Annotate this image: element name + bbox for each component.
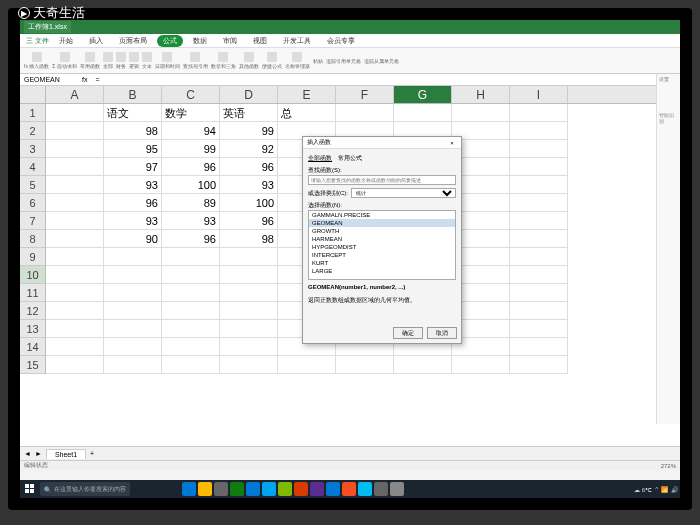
ribbon-financial[interactable]: 财务 (116, 52, 126, 69)
function-item[interactable]: INTERCEPT (309, 251, 455, 259)
row-header-15[interactable]: 15 (20, 356, 46, 374)
ribbon-tab-dev[interactable]: 开发工具 (277, 35, 317, 47)
taskbar-app-icon[interactable] (326, 482, 340, 496)
cell[interactable] (452, 356, 510, 374)
cell[interactable] (104, 320, 162, 338)
cell[interactable] (394, 104, 452, 122)
row-header-13[interactable]: 13 (20, 320, 46, 338)
ribbon-tab-insert[interactable]: 插入 (83, 35, 109, 47)
row-header-2[interactable]: 2 (20, 122, 46, 140)
row-header-3[interactable]: 3 (20, 140, 46, 158)
cell[interactable] (46, 338, 104, 356)
function-item[interactable]: GROWTH (309, 227, 455, 235)
cell[interactable] (510, 320, 568, 338)
cell[interactable] (162, 284, 220, 302)
col-header-A[interactable]: A (46, 86, 104, 103)
ribbon-datetime[interactable]: 日期和时间 (155, 52, 180, 69)
col-header-B[interactable]: B (104, 86, 162, 103)
cell[interactable] (46, 212, 104, 230)
ribbon-all[interactable]: 全部 (103, 52, 113, 69)
cell[interactable]: 语文 (104, 104, 162, 122)
ribbon-tab-member[interactable]: 会员专享 (321, 35, 361, 47)
taskbar-app-icon[interactable] (246, 482, 260, 496)
function-item[interactable]: HARMEAN (309, 235, 455, 243)
cell[interactable] (162, 320, 220, 338)
ribbon-tab-review[interactable]: 审阅 (217, 35, 243, 47)
cell[interactable]: 90 (104, 230, 162, 248)
row-header-11[interactable]: 11 (20, 284, 46, 302)
row-header-12[interactable]: 12 (20, 302, 46, 320)
cell[interactable]: 94 (162, 122, 220, 140)
add-sheet-button[interactable]: + (90, 450, 94, 457)
tray-volume-icon[interactable]: 🔊 (671, 486, 678, 493)
ribbon-tab-home[interactable]: 开始 (53, 35, 79, 47)
cell[interactable]: 96 (220, 158, 278, 176)
taskbar-app-icon[interactable] (278, 482, 292, 496)
cell[interactable] (46, 356, 104, 374)
row-header-6[interactable]: 6 (20, 194, 46, 212)
cell[interactable] (336, 104, 394, 122)
cell[interactable] (46, 194, 104, 212)
app-menu-button[interactable]: 工作簿1.xlsx (24, 21, 71, 33)
cell[interactable] (510, 230, 568, 248)
cell[interactable] (510, 104, 568, 122)
ribbon-trace-dep[interactable]: 追踪从属单元格 (364, 58, 399, 64)
cell[interactable]: 98 (104, 122, 162, 140)
cell[interactable] (104, 266, 162, 284)
function-item[interactable]: GEOMEAN (309, 219, 455, 227)
cell[interactable] (162, 302, 220, 320)
col-header-G[interactable]: G (394, 86, 452, 103)
row-header-7[interactable]: 7 (20, 212, 46, 230)
cell[interactable] (510, 212, 568, 230)
cell[interactable]: 96 (162, 158, 220, 176)
cell[interactable]: 英语 (220, 104, 278, 122)
cell[interactable] (104, 284, 162, 302)
cell[interactable]: 数学 (162, 104, 220, 122)
taskbar-app-icon[interactable] (230, 482, 244, 496)
cell[interactable] (220, 320, 278, 338)
weather-widget[interactable]: ☁ 6℃ (634, 486, 652, 493)
ribbon-insert-fn[interactable]: fx 插入函数 (24, 52, 49, 69)
ribbon-logical[interactable]: 逻辑 (129, 52, 139, 69)
cell[interactable] (220, 284, 278, 302)
row-header-9[interactable]: 9 (20, 248, 46, 266)
col-header-C[interactable]: C (162, 86, 220, 103)
taskbar-search[interactable]: 🔍 在这里输入你要搜索的内容 (40, 482, 130, 496)
cell[interactable]: 93 (220, 176, 278, 194)
formula-input[interactable]: = (95, 76, 99, 83)
cell[interactable] (46, 176, 104, 194)
cell[interactable] (336, 356, 394, 374)
cell[interactable] (220, 356, 278, 374)
row-header-8[interactable]: 8 (20, 230, 46, 248)
ribbon-names[interactable]: 名称管理器 (285, 52, 310, 69)
taskbar-app-icon[interactable] (390, 482, 404, 496)
cell[interactable] (46, 158, 104, 176)
cell[interactable] (46, 284, 104, 302)
ribbon-tab-layout[interactable]: 页面布局 (113, 35, 153, 47)
file-tab[interactable]: 三 文件 (26, 36, 49, 46)
row-header-4[interactable]: 4 (20, 158, 46, 176)
taskbar-app-icon[interactable] (310, 482, 324, 496)
cell[interactable] (46, 104, 104, 122)
cell[interactable]: 93 (162, 212, 220, 230)
cell[interactable] (510, 302, 568, 320)
cell[interactable] (104, 356, 162, 374)
cell[interactable]: 92 (220, 140, 278, 158)
cell[interactable] (510, 122, 568, 140)
cell[interactable]: 99 (162, 140, 220, 158)
cell[interactable] (220, 266, 278, 284)
ribbon-tab-data[interactable]: 数据 (187, 35, 213, 47)
cell[interactable] (510, 248, 568, 266)
ribbon-autosum[interactable]: Σ 自动求和 (52, 52, 76, 69)
cell[interactable]: 99 (220, 122, 278, 140)
cell[interactable]: 97 (104, 158, 162, 176)
cell[interactable] (510, 140, 568, 158)
taskbar-app-icon[interactable] (198, 482, 212, 496)
cell[interactable]: 100 (220, 194, 278, 212)
ribbon-text[interactable]: 文本 (142, 52, 152, 69)
cell[interactable] (46, 248, 104, 266)
col-header-F[interactable]: F (336, 86, 394, 103)
cell[interactable] (46, 122, 104, 140)
function-item[interactable]: HYPGEOMDIST (309, 243, 455, 251)
cell[interactable] (46, 230, 104, 248)
